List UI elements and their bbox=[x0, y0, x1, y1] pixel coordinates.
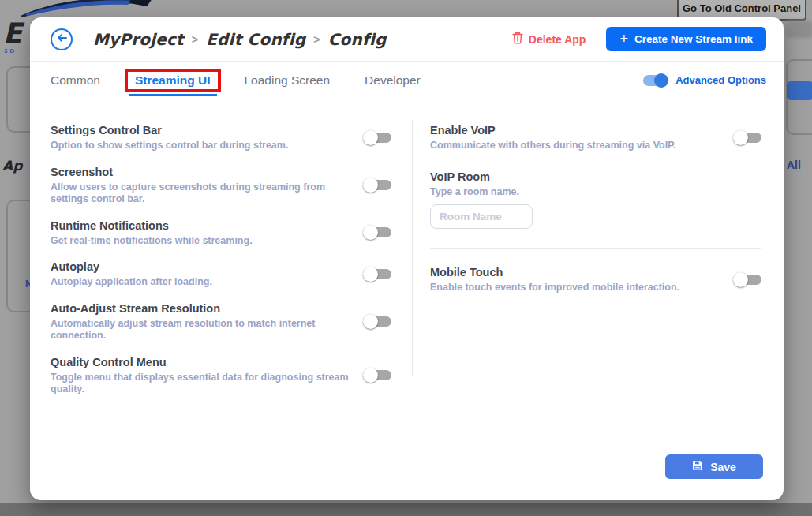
breadcrumb-separator: > bbox=[192, 33, 198, 46]
back-button[interactable] bbox=[51, 28, 73, 50]
setting-text: Auto-Adjust Stream Resolution Automatica… bbox=[51, 301, 363, 342]
setting-text: Autoplay Autoplay application after load… bbox=[51, 260, 363, 289]
setting-title: Enable VoIP bbox=[430, 123, 720, 137]
advanced-options-toggle[interactable] bbox=[643, 73, 668, 88]
enable-voip-toggle[interactable] bbox=[733, 130, 761, 145]
advanced-options-label: Advanced Options bbox=[675, 74, 766, 86]
create-stream-label: Create New Stream link bbox=[634, 33, 753, 45]
setting-description: Automatically adjust stream resolution t… bbox=[51, 318, 350, 342]
create-new-stream-link-button[interactable]: + Create New Stream link bbox=[606, 27, 766, 51]
tab-streaming-ui[interactable]: Streaming UI bbox=[135, 73, 211, 87]
setting-title: Auto-Adjust Stream Resolution bbox=[51, 301, 350, 316]
save-floppy-icon bbox=[692, 460, 703, 473]
setting-row-mobile-touch: Mobile Touch Enable touch events for imp… bbox=[430, 265, 761, 294]
screen: E 3D Go To Old Control Panel Ap N All My… bbox=[0, 0, 812, 516]
setting-row-autoplay: Autoplay Autoplay application after load… bbox=[51, 260, 391, 289]
setting-description: Get real-time notifications while stream… bbox=[51, 235, 350, 248]
setting-title: Mobile Touch bbox=[430, 265, 720, 279]
modal-header: MyProject > Edit Config > Config Delete … bbox=[30, 17, 784, 62]
runtime-notifications-toggle[interactable] bbox=[363, 225, 391, 240]
tab-developer[interactable]: Developer bbox=[365, 73, 421, 88]
background-apps-label: Ap bbox=[2, 158, 22, 174]
setting-description: Allow users to capture screenshots durin… bbox=[51, 181, 350, 206]
delete-app-button[interactable]: Delete App bbox=[512, 32, 586, 47]
column-divider bbox=[412, 120, 413, 376]
setting-description: Autoplay application after loading. bbox=[51, 276, 350, 289]
breadcrumb-separator: > bbox=[313, 33, 320, 46]
settings-column-left: Settings Control Bar Option to show sett… bbox=[51, 123, 391, 396]
setting-title: Runtime Notifications bbox=[51, 219, 350, 233]
autoplay-toggle[interactable] bbox=[363, 267, 391, 282]
setting-text: Screenshot Allow users to capture screen… bbox=[51, 165, 363, 206]
background-button-fragment bbox=[787, 81, 812, 100]
tab-common[interactable]: Common bbox=[51, 73, 100, 88]
background-footer-strip bbox=[0, 503, 812, 516]
setting-row-settings-control-bar: Settings Control Bar Option to show sett… bbox=[51, 123, 391, 152]
voip-room-title: VoIP Room bbox=[430, 170, 761, 184]
setting-row-quality-control-menu: Quality Control Menu Toggle menu that di… bbox=[51, 355, 391, 396]
background-avatar-blob bbox=[784, 21, 812, 38]
setting-text: Runtime Notifications Get real-time noti… bbox=[51, 219, 363, 248]
setting-text: Enable VoIP Communicate with others duri… bbox=[430, 123, 733, 152]
setting-row-auto-adjust-resolution: Auto-Adjust Stream Resolution Automatica… bbox=[51, 301, 391, 342]
breadcrumb: MyProject > Edit Config > Config bbox=[93, 30, 386, 49]
mobile-touch-toggle[interactable] bbox=[733, 272, 761, 287]
settings-column-right: Enable VoIP Communicate with others duri… bbox=[430, 123, 761, 294]
voip-room-input[interactable] bbox=[430, 204, 533, 229]
tab-loading-screen[interactable]: Loading Screen bbox=[245, 73, 331, 88]
plus-icon: + bbox=[619, 32, 628, 46]
auto-adjust-stream-resolution-toggle[interactable] bbox=[363, 314, 391, 329]
setting-title: Settings Control Bar bbox=[51, 123, 350, 137]
breadcrumb-item-project[interactable]: MyProject bbox=[93, 30, 184, 49]
setting-title: Quality Control Menu bbox=[51, 355, 350, 369]
setting-title: Screenshot bbox=[51, 165, 350, 179]
breadcrumb-item-edit-config[interactable]: Edit Config bbox=[206, 30, 305, 49]
settings-control-bar-toggle[interactable] bbox=[363, 130, 391, 145]
tabs-bar: Common Streaming UI Loading Screen Devel… bbox=[30, 62, 784, 99]
voip-room-group: VoIP Room Type a room name. bbox=[430, 170, 761, 230]
brand-logo-letter: E bbox=[3, 17, 21, 49]
header-actions: Delete App + Create New Stream link bbox=[512, 27, 766, 51]
setting-text: Settings Control Bar Option to show sett… bbox=[51, 123, 363, 152]
voip-room-hint: Type a room name. bbox=[430, 186, 761, 199]
setting-description: Communicate with others during streaming… bbox=[430, 140, 720, 152]
advanced-options-control: Advanced Options bbox=[643, 73, 766, 88]
setting-text: Quality Control Menu Toggle menu that di… bbox=[51, 355, 363, 396]
setting-description: Option to show settings control bar duri… bbox=[51, 140, 350, 152]
quality-control-menu-toggle[interactable] bbox=[363, 368, 391, 383]
save-label: Save bbox=[710, 461, 736, 473]
setting-row-screenshot: Screenshot Allow users to capture screen… bbox=[51, 165, 391, 206]
breadcrumb-item-config: Config bbox=[328, 30, 387, 49]
delete-app-label: Delete App bbox=[529, 33, 586, 46]
section-divider bbox=[430, 248, 761, 249]
edit-config-modal: MyProject > Edit Config > Config Delete … bbox=[30, 17, 784, 500]
setting-description: Toggle menu that displays essential data… bbox=[51, 372, 350, 396]
screenshot-toggle[interactable] bbox=[363, 178, 391, 193]
save-button[interactable]: Save bbox=[665, 454, 763, 479]
setting-row-runtime-notifications: Runtime Notifications Get real-time noti… bbox=[51, 219, 391, 248]
back-arrow-icon bbox=[56, 32, 68, 46]
setting-text: Mobile Touch Enable touch events for imp… bbox=[430, 265, 733, 294]
setting-row-enable-voip: Enable VoIP Communicate with others duri… bbox=[430, 123, 761, 152]
setting-title: Autoplay bbox=[51, 260, 350, 274]
background-view-all-fragment: All bbox=[787, 159, 801, 171]
annotation-red-box: Streaming UI bbox=[125, 69, 221, 92]
brand-logo-subtext: 3D bbox=[4, 47, 17, 54]
trash-icon bbox=[512, 32, 523, 47]
setting-description: Enable touch events for improved mobile … bbox=[430, 282, 720, 294]
